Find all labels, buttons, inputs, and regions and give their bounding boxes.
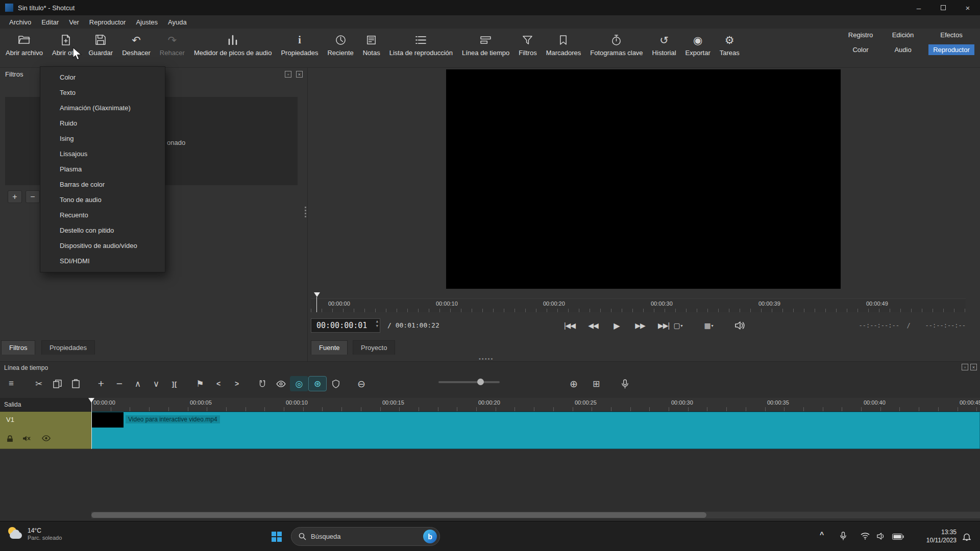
output-track-header[interactable]: Salida [0, 398, 91, 412]
add-filter-button[interactable]: + [8, 190, 22, 203]
tray-battery-icon[interactable] [892, 534, 904, 541]
menu-archivo[interactable]: Archivo [4, 17, 36, 28]
weather-widget[interactable]: 14°C Parc. soleado [6, 525, 62, 543]
jobs-button[interactable]: ⚙ Tareas [715, 29, 744, 57]
lift-icon[interactable]: ∧ [129, 376, 147, 391]
menu-item-barras-de-color[interactable]: Barras de color [40, 177, 165, 192]
minimize-icon[interactable]: – [906, 0, 931, 15]
layout-color[interactable]: Color [848, 44, 873, 55]
notification-bell-icon[interactable] [963, 532, 971, 543]
grid-icon[interactable]: ▦▾ [699, 318, 718, 333]
start-button[interactable] [266, 527, 287, 547]
layout-audio[interactable]: Audio [890, 44, 916, 55]
close-icon[interactable]: × [955, 0, 980, 15]
append-icon[interactable]: + [92, 376, 110, 391]
timeline-ruler[interactable]: 00:00:00 00:00:05 00:00:10 00:00:15 00:0… [91, 398, 980, 412]
menu-item-destello[interactable]: Destello con pitido [40, 223, 165, 238]
menu-ver[interactable]: Ver [64, 17, 84, 28]
ripple-delete-icon[interactable]: − [110, 376, 129, 391]
menu-item-tono-de-audio[interactable]: Tono de audio [40, 192, 165, 208]
cut-icon[interactable]: ✂ [30, 376, 48, 391]
tab-proyecto[interactable]: Proyecto [353, 340, 395, 355]
properties-button[interactable]: i Propiedades [276, 29, 323, 57]
menu-reproductor[interactable]: Reproductor [84, 17, 131, 28]
bing-icon[interactable]: b [423, 530, 437, 543]
skip-start-icon[interactable]: |◀◀ [560, 318, 579, 333]
tray-mic-icon[interactable] [840, 532, 846, 542]
playlist-button[interactable]: Lista de reproducción [385, 29, 457, 57]
ripple-markers-icon[interactable] [327, 376, 345, 391]
tab-fuente[interactable]: Fuente [311, 340, 348, 355]
tray-chevron-up-icon[interactable]: ^ [820, 531, 824, 539]
tray-wifi-icon[interactable] [861, 533, 870, 541]
layout-edicion[interactable]: Edición [888, 30, 919, 40]
player-ruler[interactable]: 00:00:00 00:00:10 00:00:20 00:00:30 00:0… [311, 298, 966, 312]
rewind-icon[interactable]: ◀◀ [583, 318, 603, 333]
snap-icon[interactable] [253, 376, 272, 391]
notes-button[interactable]: Notas [358, 29, 385, 57]
markers-button[interactable]: Marcadores [542, 29, 586, 57]
maximize-icon[interactable] [931, 0, 955, 15]
zoom-slider-handle[interactable] [477, 379, 484, 385]
lock-icon[interactable] [7, 435, 13, 444]
splitter-grip[interactable] [305, 207, 306, 208]
layout-registro[interactable]: Registro [844, 30, 877, 40]
menu-item-plasma[interactable]: Plasma [40, 162, 165, 177]
zoom-in-icon[interactable]: ⊕ [565, 376, 583, 391]
scrub-while-dragging-icon[interactable] [272, 376, 290, 391]
record-audio-icon[interactable] [616, 376, 634, 391]
split-icon[interactable]: ][ [165, 376, 184, 391]
menu-item-ising[interactable]: Ising [40, 131, 165, 146]
menu-item-ruido[interactable]: Ruido [40, 116, 165, 131]
export-button[interactable]: ◉ Exportar [681, 29, 715, 57]
menu-item-animacion[interactable]: Animación (Glaxnimate) [40, 101, 165, 116]
menu-item-lissajous[interactable]: Lissajous [40, 146, 165, 162]
tray-volume-icon[interactable] [877, 533, 886, 541]
video-clip[interactable]: Video para interactive video.mp4 [91, 412, 980, 449]
panel-float-icon[interactable]: ▫ [285, 71, 291, 78]
timeline-scrollbar-thumb[interactable] [91, 512, 706, 518]
play-icon[interactable]: ▶ [607, 318, 626, 333]
layout-efectos[interactable]: Efectos [936, 30, 967, 40]
ripple-all-tracks-icon[interactable]: ⊛ [308, 376, 327, 391]
timeline-scrollbar[interactable] [91, 512, 980, 518]
menu-ajustes[interactable]: Ajustes [131, 17, 163, 28]
menu-item-sdi-hdmi[interactable]: SDI/HDMI [40, 254, 165, 269]
tab-filtros[interactable]: Filtros [1, 340, 35, 355]
remove-filter-button[interactable]: − [26, 190, 40, 203]
audio-meter-button[interactable]: Medidor de picos de audio [189, 29, 277, 57]
toggle-zoom-icon[interactable]: ▢▾ [668, 318, 688, 333]
menu-item-color[interactable]: Color [40, 70, 165, 85]
paste-icon[interactable] [66, 376, 85, 391]
tab-propiedades[interactable]: Propiedades [41, 340, 95, 355]
zoom-slider[interactable] [438, 381, 500, 383]
menu-ayuda[interactable]: Ayuda [163, 17, 192, 28]
marker-icon[interactable]: ⚑ [191, 376, 209, 391]
timeline-button[interactable]: Línea de tiempo [457, 29, 514, 57]
timecode-spinbox[interactable]: 00:00:00:01 ▲▼ [311, 318, 380, 333]
timeline-close-icon[interactable]: × [970, 364, 977, 370]
search-input[interactable]: Búsqueda b [291, 527, 440, 546]
clock-widget[interactable]: 13:35 10/11/2023 [913, 529, 957, 544]
mute-icon[interactable] [22, 435, 31, 443]
hide-icon[interactable] [42, 435, 51, 443]
volume-icon[interactable] [730, 318, 750, 333]
vertical-splitter[interactable] [307, 67, 308, 361]
recent-button[interactable]: Reciente [323, 29, 358, 57]
menu-item-dispositivo[interactable]: Dispositivo de audio/vídeo [40, 238, 165, 254]
timeline-float-icon[interactable]: ▫ [962, 364, 968, 370]
timeline-menu-icon[interactable]: ≡ [2, 376, 20, 391]
undo-button[interactable]: ↶ Deshacer [117, 29, 155, 57]
next-marker-icon[interactable]: > [228, 376, 246, 391]
keyframes-button[interactable]: Fotogramas clave [585, 29, 647, 57]
filters-button[interactable]: Filtros [514, 29, 541, 57]
copy-icon[interactable] [48, 376, 66, 391]
fast-forward-icon[interactable]: ▶▶ [630, 318, 650, 333]
menu-item-recuento[interactable]: Recuento [40, 208, 165, 223]
open-file-button[interactable]: Abrir archivo [1, 29, 47, 57]
zoom-out-icon[interactable]: ⊖ [352, 376, 371, 391]
menu-editar[interactable]: Editar [36, 17, 64, 28]
save-button[interactable]: Guardar [84, 29, 117, 57]
ripple-icon[interactable]: ◎ [290, 376, 308, 391]
history-button[interactable]: ↺ Historial [648, 29, 681, 57]
